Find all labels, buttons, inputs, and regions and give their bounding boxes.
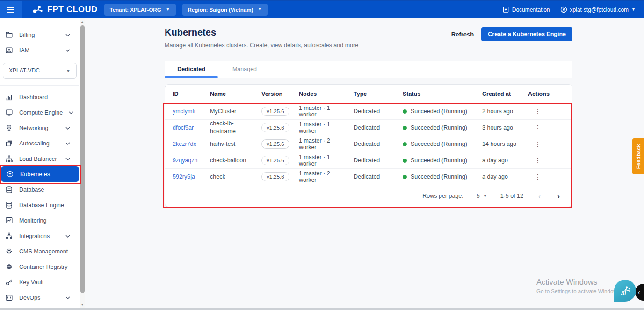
table-header-row: ID Name Version Nodes Type Status Create… <box>165 85 572 103</box>
sidebar-item-networking[interactable]: Networking <box>0 120 79 136</box>
nodes-value: 1 master · 2 worker <box>299 137 354 151</box>
sidebar-item-database-engine[interactable]: Database Engine <box>0 197 79 213</box>
sidebar-item-monitoring[interactable]: Monitoring <box>0 213 79 228</box>
sidebar-item-dashboard[interactable]: Dashboard <box>0 89 79 105</box>
cluster-name: check <box>210 173 261 181</box>
table-row: 9zqyaqzn check-balloon v1.25.6 1 master … <box>165 152 572 169</box>
fpt-cloud-logo: FPT CLOUD <box>32 5 98 15</box>
cluster-name: check-balloon <box>210 157 261 165</box>
region-dropdown[interactable]: Region: Saigon (Vietnam) ▼ <box>182 4 268 16</box>
sidebar-nav: Billing IAM XPLAT-VDC ▼ Dashboard Comput… <box>0 18 85 308</box>
chevron-down-icon <box>65 34 70 36</box>
version-badge: v1.25.6 <box>261 156 289 165</box>
sidebar-item-cms-management[interactable]: CMS Management <box>0 244 79 259</box>
refresh-button[interactable]: Refresh <box>451 31 474 38</box>
nodes-value: 1 master · 1 worker <box>299 105 354 118</box>
sidebar-item-kubernetes[interactable]: Kubernetes <box>1 166 79 182</box>
monitoring-icon <box>5 216 13 224</box>
created-at-value: 14 hours ago <box>482 141 528 147</box>
hamburger-menu-icon[interactable] <box>0 1 22 18</box>
col-status: Status <box>403 91 482 97</box>
tenant-dropdown[interactable]: Tenant: XPLAT-ORG ▼ <box>104 4 176 16</box>
feedback-tab[interactable]: Feedback <box>632 138 644 174</box>
chevron-down-icon <box>65 49 70 52</box>
status-dot-icon <box>403 175 407 179</box>
chevron-down-icon <box>65 235 70 238</box>
kebab-menu-icon[interactable]: ⋮ <box>532 140 544 148</box>
created-at-value: 2 hours ago <box>482 108 528 115</box>
scrollbar-thumb[interactable] <box>80 25 85 293</box>
cluster-id-link[interactable]: dfocf9ar <box>173 124 194 131</box>
sidebar-item-compute-engine[interactable]: Compute Engine <box>0 105 79 120</box>
tab-managed[interactable]: Managed <box>218 61 271 78</box>
kebab-menu-icon[interactable]: ⋮ <box>532 173 544 180</box>
sidebar-item-key-vault[interactable]: Key Vault <box>0 274 79 290</box>
col-type: Type <box>354 91 403 97</box>
status-text: Succeeded (Running) <box>411 141 467 147</box>
cluster-id-link[interactable]: 9zqyaqzn <box>173 157 198 164</box>
kebab-menu-icon[interactable]: ⋮ <box>532 157 544 164</box>
created-at-value: a day ago <box>482 173 528 180</box>
top-header: FPT CLOUD Tenant: XPLAT-ORG ▼ Region: Sa… <box>0 0 644 18</box>
sidebar-item-load-balancer[interactable]: Load Balancer <box>0 151 79 166</box>
tenant-label: Tenant: XPLAT-ORG <box>110 7 161 13</box>
user-account-menu[interactable]: xplat-stg@fptcloud.com ▼ <box>560 6 636 13</box>
scroll-down-icon[interactable]: ▼ <box>80 302 85 307</box>
caret-down-icon: ▼ <box>258 7 262 12</box>
main-content: Kubernetes Manage all Kubernetes cluster… <box>85 18 644 308</box>
page-title: Kubernetes <box>165 27 358 38</box>
chevron-down-icon <box>65 296 70 299</box>
tab-dedicated[interactable]: Dedicated <box>165 61 218 78</box>
table-row: 592ry6ja check v1.25.6 1 master · 2 work… <box>165 169 572 185</box>
rows-per-page-label: Rows per page: <box>422 193 463 199</box>
sidebar-item-billing[interactable]: Billing <box>0 27 79 43</box>
kebab-menu-icon[interactable]: ⋮ <box>532 108 544 115</box>
autoscaling-icon <box>5 139 13 147</box>
pagination-bar: Rows per page: 5 ▼ 1-5 of 12 ‹ › <box>165 185 572 207</box>
rows-per-page-select[interactable]: 5 ▼ <box>477 193 487 199</box>
ai-assistant-button[interactable]: AI <box>614 280 636 302</box>
cluster-id-link[interactable]: 2kezr7dx <box>173 141 196 147</box>
sidebar-item-iam[interactable]: IAM <box>0 43 79 58</box>
sidebar-item-database[interactable]: Database <box>0 182 79 197</box>
sidebar-item-integrations[interactable]: Integrations <box>0 228 79 244</box>
networking-icon <box>5 124 13 132</box>
version-badge: v1.25.6 <box>261 107 289 116</box>
documentation-link[interactable]: Documentation <box>502 6 550 13</box>
chevron-down-icon <box>69 111 73 114</box>
chevron-left-icon: ‹ <box>638 288 640 296</box>
created-at-value: a day ago <box>482 157 528 164</box>
col-created-at: Created at <box>482 91 528 97</box>
sidebar-scrollbar[interactable]: ▲ ▼ <box>80 18 85 308</box>
table-row: 2kezr7dx haihv-test v1.25.6 1 master · 2… <box>165 136 572 152</box>
sidebar-item-container-registry[interactable]: Container Registry <box>0 259 79 274</box>
col-actions: Actions <box>528 91 572 97</box>
nodes-value: 1 master · 1 worker <box>299 154 354 167</box>
type-value: Dedicated <box>354 173 403 180</box>
previous-page-icon[interactable]: ‹ <box>536 192 543 200</box>
sidebar-item-devops[interactable]: DevOps <box>0 290 79 305</box>
kebab-menu-icon[interactable]: ⋮ <box>532 124 544 131</box>
create-kubernetes-engine-button[interactable]: Create a Kubernetes Engine <box>481 27 572 41</box>
type-value: Dedicated <box>354 141 403 147</box>
ai-label: AI <box>620 290 626 296</box>
document-icon <box>502 6 509 13</box>
status-text: Succeeded (Running) <box>411 124 467 131</box>
next-page-icon[interactable]: › <box>556 192 562 200</box>
vdc-selector[interactable]: XPLAT-VDC ▼ <box>3 63 77 79</box>
table-row: ymclymfi MyCluster v1.25.6 1 master · 1 … <box>165 103 572 120</box>
database-icon <box>5 186 13 194</box>
cms-management-icon <box>5 247 13 255</box>
chevron-down-icon <box>65 127 70 130</box>
col-version: Version <box>261 91 299 97</box>
cluster-id-link[interactable]: 592ry6ja <box>173 173 195 180</box>
sidebar-item-autoscaling[interactable]: Autoscaling <box>0 136 79 151</box>
chevron-down-icon <box>65 142 70 145</box>
nodes-value: 1 master · 2 worker <box>299 170 354 183</box>
key-vault-icon <box>5 278 13 286</box>
scroll-up-icon[interactable]: ▲ <box>80 19 85 24</box>
clusters-table-card: ID Name Version Nodes Type Status Create… <box>165 84 572 207</box>
pagination-range: 1-5 of 12 <box>500 193 523 199</box>
cluster-id-link[interactable]: ymclymfi <box>173 108 195 115</box>
type-value: Dedicated <box>354 157 403 164</box>
